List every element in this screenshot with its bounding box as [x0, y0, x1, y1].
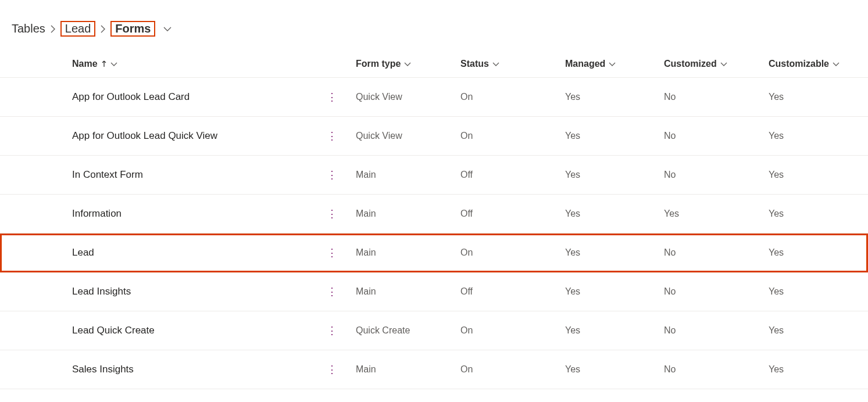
chevron-down-icon[interactable]: [163, 26, 172, 32]
chevron-down-icon: [833, 59, 840, 69]
table-row[interactable]: Lead⋮MainOnYesNoYes: [0, 234, 868, 272]
cell-customized: No: [657, 156, 762, 195]
breadcrumb-forms-highlight: Forms: [110, 21, 155, 37]
column-header-form-type[interactable]: Form type: [349, 48, 453, 78]
cell-status: On: [453, 234, 558, 272]
cell-customizable: Yes: [762, 117, 868, 156]
column-header-customizable[interactable]: Customizable: [762, 48, 868, 78]
table-row[interactable]: Information⋮MainOffYesYesYes: [0, 195, 868, 234]
table-row[interactable]: In Context Form⋮MainOffYesNoYes: [0, 156, 868, 195]
row-select-cell[interactable]: [0, 311, 65, 350]
cell-customized: No: [657, 350, 762, 389]
column-label-customizable: Customizable: [769, 59, 829, 69]
breadcrumb-lead-link[interactable]: Lead: [65, 22, 91, 35]
cell-actions: ⋮: [315, 195, 349, 234]
row-select-cell[interactable]: [0, 350, 65, 389]
chevron-down-icon: [110, 59, 117, 69]
cell-status: On: [453, 117, 558, 156]
cell-form-type: Main: [349, 156, 453, 195]
cell-customized: No: [657, 311, 762, 350]
more-actions-button[interactable]: ⋮: [322, 284, 342, 299]
table-row[interactable]: App for Outlook Lead Card⋮Quick ViewOnYe…: [0, 78, 868, 117]
table-row[interactable]: Lead Quick Create⋮Quick CreateOnYesNoYes: [0, 311, 868, 350]
cell-form-type: Main: [349, 234, 453, 272]
cell-name[interactable]: Lead Quick Create: [65, 311, 315, 350]
cell-name[interactable]: Lead: [65, 234, 315, 272]
row-select-cell[interactable]: [0, 117, 65, 156]
cell-customized: Yes: [657, 195, 762, 234]
cell-status: On: [453, 311, 558, 350]
cell-managed: Yes: [558, 272, 657, 311]
cell-name[interactable]: Information: [65, 195, 315, 234]
more-actions-button[interactable]: ⋮: [322, 245, 342, 260]
sort-asc-icon: [101, 60, 107, 67]
row-select-cell[interactable]: [0, 195, 65, 234]
cell-customizable: Yes: [762, 234, 868, 272]
more-actions-button[interactable]: ⋮: [322, 206, 342, 221]
cell-actions: ⋮: [315, 272, 349, 311]
row-select-cell[interactable]: [0, 78, 65, 117]
cell-name[interactable]: Sales Insights: [65, 350, 315, 389]
more-actions-button[interactable]: ⋮: [322, 323, 342, 338]
column-header-status[interactable]: Status: [453, 48, 558, 78]
cell-customizable: Yes: [762, 350, 868, 389]
column-header-select: [0, 48, 65, 78]
chevron-down-icon: [720, 59, 727, 69]
chevron-down-icon: [609, 59, 616, 69]
cell-actions: ⋮: [315, 117, 349, 156]
cell-name[interactable]: App for Outlook Lead Card: [65, 78, 315, 117]
cell-actions: ⋮: [315, 156, 349, 195]
row-select-cell[interactable]: [0, 156, 65, 195]
cell-customizable: Yes: [762, 272, 868, 311]
cell-form-type: Quick Create: [349, 311, 453, 350]
cell-name[interactable]: In Context Form: [65, 156, 315, 195]
chevron-right-icon: [100, 25, 106, 33]
cell-status: Off: [453, 195, 558, 234]
column-header-name[interactable]: Name: [65, 48, 315, 78]
column-label-customized: Customized: [664, 59, 717, 69]
forms-table: Name Form type: [0, 48, 868, 389]
cell-actions: ⋮: [315, 234, 349, 272]
cell-name[interactable]: App for Outlook Lead Quick View: [65, 117, 315, 156]
cell-managed: Yes: [558, 311, 657, 350]
column-header-managed[interactable]: Managed: [558, 48, 657, 78]
cell-form-type: Main: [349, 272, 453, 311]
column-header-actions: [315, 48, 349, 78]
cell-customizable: Yes: [762, 311, 868, 350]
breadcrumb-current: Forms: [115, 22, 151, 35]
cell-customizable: Yes: [762, 195, 868, 234]
more-actions-button[interactable]: ⋮: [322, 167, 342, 182]
column-label-status: Status: [460, 59, 489, 69]
row-select-cell[interactable]: [0, 272, 65, 311]
breadcrumb-lead-highlight: Lead: [60, 21, 96, 37]
breadcrumb-tables-link[interactable]: Tables: [12, 22, 45, 35]
table-row[interactable]: Lead Insights⋮MainOffYesNoYes: [0, 272, 868, 311]
column-header-customized[interactable]: Customized: [657, 48, 762, 78]
cell-actions: ⋮: [315, 350, 349, 389]
cell-customized: No: [657, 78, 762, 117]
chevron-down-icon: [492, 59, 499, 69]
cell-managed: Yes: [558, 156, 657, 195]
cell-customized: No: [657, 272, 762, 311]
row-select-cell[interactable]: [0, 234, 65, 272]
cell-customized: No: [657, 234, 762, 272]
cell-managed: Yes: [558, 234, 657, 272]
table-row[interactable]: Sales Insights⋮MainOnYesNoYes: [0, 350, 868, 389]
cell-customizable: Yes: [762, 78, 868, 117]
cell-name[interactable]: Lead Insights: [65, 272, 315, 311]
cell-managed: Yes: [558, 117, 657, 156]
more-actions-button[interactable]: ⋮: [322, 128, 342, 143]
chevron-down-icon: [404, 59, 411, 69]
cell-status: Off: [453, 156, 558, 195]
column-label-managed: Managed: [565, 59, 605, 69]
more-actions-button[interactable]: ⋮: [322, 89, 342, 105]
cell-form-type: Quick View: [349, 78, 453, 117]
breadcrumb: Tables Lead Forms: [0, 0, 868, 48]
cell-actions: ⋮: [315, 78, 349, 117]
column-label-form-type: Form type: [356, 59, 401, 69]
more-actions-button[interactable]: ⋮: [322, 362, 342, 377]
cell-managed: Yes: [558, 350, 657, 389]
table-row[interactable]: App for Outlook Lead Quick View⋮Quick Vi…: [0, 117, 868, 156]
cell-managed: Yes: [558, 78, 657, 117]
cell-customizable: Yes: [762, 156, 868, 195]
